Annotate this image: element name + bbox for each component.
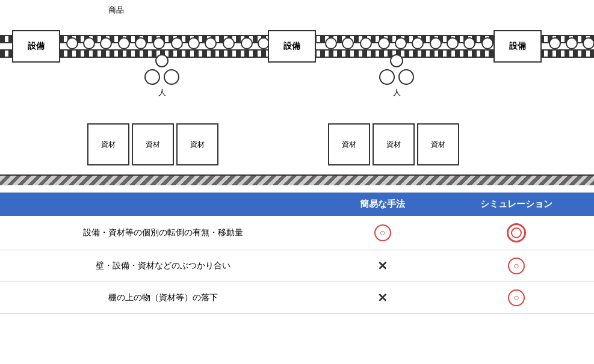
row1-simple: ○ <box>327 216 439 250</box>
table-row-2: 壁・設備・資材などのぶつかり合い ✕ ○ <box>0 250 594 282</box>
material-box-6: 資材 <box>417 123 459 165</box>
col-simple-header: 簡易な手法 <box>327 193 439 216</box>
col-simulation-header: シミュレーション <box>439 193 594 216</box>
material-box-5: 資材 <box>373 123 415 165</box>
conveyor: 設備 設備 設備 <box>0 24 594 66</box>
row2-simulation: ○ <box>439 250 594 282</box>
row2-simple: ✕ <box>327 250 439 282</box>
material-group-1: 資材 資材 資材 <box>87 123 218 165</box>
circle-symbol-1: ○ <box>374 224 391 241</box>
wall-strip <box>0 174 594 185</box>
row3-simulation: ○ <box>439 282 594 314</box>
row2-label: 壁・設備・資材などのぶつかり合い <box>0 250 327 282</box>
material-group-2: 資材 資材 資材 <box>328 123 459 165</box>
table-row-1: 設備・資材等の個別の転倒の有無・移動量 ○ <box>0 216 594 250</box>
table-section: 簡易な手法 シミュレーション 設備・資材等の個別の転倒の有無・移動量 ○ 壁・設… <box>0 193 594 364</box>
col-label-header <box>0 193 327 216</box>
cross-symbol-1: ✕ <box>377 259 388 273</box>
circle-symbol-2: ○ <box>508 258 525 274</box>
person-2: 人 <box>379 54 414 98</box>
row1-label: 設備・資材等の個別の転倒の有無・移動量 <box>0 216 327 250</box>
material-box-2: 資材 <box>132 123 174 165</box>
product-label: 商品 <box>108 5 124 16</box>
wall-section <box>0 174 594 193</box>
row3-simple: ✕ <box>327 282 439 314</box>
circle-symbol-3: ○ <box>508 289 525 306</box>
row1-simulation <box>439 216 594 250</box>
material-box-1: 資材 <box>87 123 129 165</box>
equipment-box-3: 設備 <box>493 30 542 63</box>
equipment-box-1: 設備 <box>12 30 60 63</box>
material-box-3: 資材 <box>176 123 218 165</box>
cross-symbol-2: ✕ <box>377 291 388 305</box>
table-header-row: 簡易な手法 シミュレーション <box>0 193 594 216</box>
person-1: 人 <box>144 54 179 98</box>
comparison-table: 簡易な手法 シミュレーション 設備・資材等の個別の転倒の有無・移動量 ○ 壁・設… <box>0 193 594 314</box>
row3-label: 棚の上の物（資材等）の落下 <box>0 282 327 314</box>
equipment-box-2: 設備 <box>268 30 316 63</box>
material-box-4: 資材 <box>328 123 370 165</box>
double-circle-symbol-1 <box>507 223 526 242</box>
table-row-3: 棚の上の物（資材等）の落下 ✕ ○ <box>0 282 594 314</box>
diagram-section: 商品 設備 設備 <box>0 0 594 193</box>
